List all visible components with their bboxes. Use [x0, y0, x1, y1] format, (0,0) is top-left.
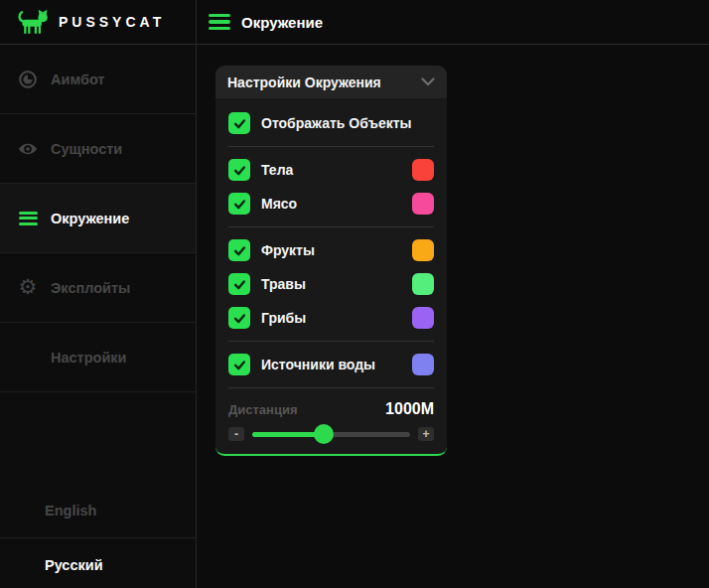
sidebar-spacer — [0, 392, 196, 484]
panel-title: Настройки Окружения — [227, 74, 381, 90]
color-swatch-meat[interactable] — [412, 193, 434, 215]
checkbox-mushrooms[interactable] — [228, 307, 250, 329]
sidebar-item-aimbot[interactable]: Аимбот — [0, 45, 196, 114]
sidebar-item-environment[interactable]: Окружение — [0, 184, 196, 253]
separator — [228, 341, 434, 342]
topbar: PUSSYCAT Окружение — [0, 0, 709, 45]
checkbox-show-objects[interactable] — [228, 112, 250, 134]
environment-settings-panel: Настройки Окружения Отображать Объекты — [215, 66, 447, 456]
panel-header-dropdown[interactable]: Настройки Окружения — [215, 66, 447, 98]
topbar-main: Окружение — [197, 0, 709, 44]
toggle-label: Источники воды — [261, 357, 412, 372]
app-window: PUSSYCAT Окружение Аимбот — [0, 0, 709, 588]
distance-increase-button[interactable]: + — [418, 427, 434, 441]
toggle-row-mushrooms: Грибы — [228, 307, 434, 329]
distance-slider-track[interactable] — [252, 432, 410, 437]
cat-logo-icon — [18, 9, 50, 35]
sidebar-item-label: Эксплойты — [51, 280, 130, 296]
page-title: Окружение — [241, 14, 323, 31]
toggle-row-water-sources: Источники воды — [228, 354, 434, 375]
distance-slider-row: - + — [228, 427, 434, 441]
toggle-label: Тела — [261, 162, 412, 178]
chevron-down-icon — [421, 77, 435, 86]
toggle-label: Травы — [261, 276, 412, 292]
color-swatch-water-sources[interactable] — [412, 354, 434, 375]
separator — [228, 387, 434, 388]
language-label: Русский — [45, 557, 103, 573]
toggle-row-bodies: Тела — [228, 159, 434, 181]
sidebar-item-label: Сущности — [51, 141, 122, 157]
distance-label: Дистанция — [228, 402, 298, 417]
checkbox-bodies[interactable] — [228, 159, 250, 181]
brand-name: PUSSYCAT — [59, 14, 165, 30]
distance-decrease-button[interactable]: - — [228, 427, 244, 441]
toggle-row-grass: Травы — [228, 273, 434, 295]
toggle-label: Грибы — [261, 310, 412, 326]
checkbox-grass[interactable] — [228, 273, 250, 295]
toggle-label: Мясо — [261, 196, 412, 212]
color-swatch-grass[interactable] — [412, 273, 434, 295]
aimbot-target-icon — [16, 68, 40, 91]
color-swatch-mushrooms[interactable] — [412, 307, 434, 329]
language-label: English — [45, 503, 96, 518]
sidebar-item-label: Окружение — [51, 211, 129, 226]
sidebar-item-entities[interactable]: Сущности — [0, 114, 196, 184]
language-item-russian[interactable]: Русский — [0, 537, 196, 588]
toggle-row-meat: Мясо — [228, 193, 434, 215]
toggle-label: Фрукты — [261, 242, 412, 258]
separator — [228, 146, 434, 147]
distance-value: 1000М — [385, 400, 434, 418]
slider-thumb[interactable] — [314, 424, 334, 444]
gear-icon: ⚙ — [16, 276, 40, 300]
checkbox-fruits[interactable] — [228, 239, 250, 261]
checkbox-meat[interactable] — [228, 193, 250, 215]
separator — [228, 226, 434, 227]
language-item-english[interactable]: English — [0, 484, 196, 537]
color-swatch-bodies[interactable] — [412, 159, 434, 181]
menu-icon[interactable] — [209, 14, 230, 30]
toggle-label: Отображать Объекты — [261, 115, 434, 131]
toggle-row-show-objects: Отображать Объекты — [228, 112, 434, 134]
environment-menu-icon — [16, 207, 40, 230]
brand-logo: PUSSYCAT — [0, 0, 197, 44]
eye-icon — [16, 137, 40, 161]
sidebar-item-settings[interactable]: Настройки — [0, 323, 196, 392]
sidebar: Аимбот Сущности Окружение — [0, 45, 197, 588]
color-swatch-fruits[interactable] — [412, 239, 434, 261]
sidebar-item-label: Настройки — [51, 350, 127, 366]
sidebar-item-label: Аимбот — [51, 72, 104, 87]
settings-icon-placeholder — [16, 346, 40, 369]
toggle-row-fruits: Фрукты — [228, 239, 434, 261]
sidebar-item-exploits[interactable]: ⚙ Эксплойты — [0, 253, 196, 323]
main-content: Настройки Окружения Отображать Объекты — [197, 45, 709, 588]
distance-header: Дистанция 1000М — [228, 400, 434, 418]
checkbox-water-sources[interactable] — [228, 354, 250, 375]
panel-body: Отображать Объекты Тела — [215, 98, 447, 456]
